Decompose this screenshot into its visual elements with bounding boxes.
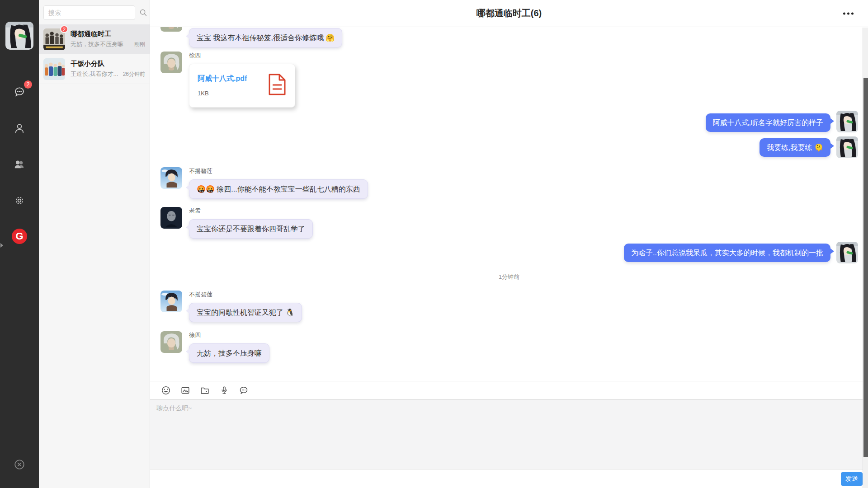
pdf-file-icon (268, 73, 287, 96)
my-message-bubble: 我要练,我要练 🫠 (760, 138, 830, 157)
my-avatar[interactable] (5, 22, 33, 50)
chat-last-message: 无妨，技多不压身嘛 (71, 40, 132, 48)
app-logo-button[interactable]: G (11, 228, 28, 244)
sidebar-item-chats[interactable]: 2 (11, 84, 28, 100)
emoji-icon (161, 385, 171, 395)
emoji-button[interactable] (159, 384, 173, 397)
vertical-scrollbar[interactable] (863, 28, 868, 488)
my-avatar[interactable] (836, 111, 858, 132)
search-row (39, 0, 150, 24)
my-message-bubble: 为啥子..你们总说我呆瓜，其实大多的时候，我都机制的一批 (624, 244, 830, 262)
chat-list-panel: 2 哪都通临时工 无妨，技多不压身嘛 刚刚 (39, 0, 150, 488)
sidebar-item-groups[interactable] (11, 156, 28, 173)
folder-icon (200, 385, 210, 395)
avatar-image (160, 331, 182, 353)
message-input[interactable] (150, 400, 868, 469)
send-button[interactable]: 发送 (841, 472, 863, 486)
avatar-image (160, 291, 182, 312)
send-bar: 发送 (150, 469, 868, 488)
message-scroll-area[interactable]: 宝宝 我这有本祖传秘笈,很适合你修炼哦 🤗 徐四 阿威十八式.pdf (150, 27, 868, 381)
message-dots-icon (239, 385, 249, 395)
sender-avatar-xusi[interactable] (160, 27, 182, 32)
avatar-image (160, 27, 182, 32)
group-avatar: 2 (43, 28, 65, 50)
message-row: 老孟 宝宝你还是不要跟着你四哥乱学了 (160, 207, 313, 239)
voice-button[interactable] (217, 384, 231, 397)
microphone-icon (219, 385, 229, 395)
group-icon (14, 159, 25, 170)
avatar-image (160, 52, 182, 73)
sidebar-item-contacts[interactable] (11, 120, 28, 136)
avatar-image (836, 136, 858, 158)
unread-badge: 2 (60, 25, 68, 33)
chat-name: 哪都通临时工 (71, 30, 145, 38)
sidebar-item-settings[interactable] (11, 192, 28, 209)
image-icon (180, 385, 190, 395)
conversation-title: 哪都通临时工(6) (476, 7, 542, 19)
sender-name: 老孟 (189, 207, 201, 215)
chat-list-item-0[interactable]: 2 哪都通临时工 无妨，技多不压身嘛 刚刚 (39, 24, 150, 54)
sender-avatar-buyaobilian[interactable] (160, 167, 182, 189)
message-row: 不摇碧莲 宝宝的间歇性机智证又犯了 🐧 (160, 291, 302, 322)
folder-button[interactable] (198, 384, 212, 397)
panel-collapse-arrow[interactable] (0, 243, 3, 248)
my-avatar[interactable] (836, 136, 858, 158)
chat-bubble-icon (14, 86, 25, 98)
search-icon (139, 8, 148, 17)
more-menu-icon[interactable] (840, 9, 856, 17)
my-avatar[interactable] (836, 242, 858, 263)
sender-avatar-buyaobilian[interactable] (160, 291, 182, 312)
my-avatar-image (5, 22, 33, 50)
message-history-button[interactable] (237, 384, 250, 397)
avatar-image (836, 242, 858, 263)
g-logo: G (12, 229, 27, 244)
message-bubble: 宝宝你还是不要跟着你四哥乱学了 (189, 219, 313, 239)
chat-time: 刚刚 (134, 41, 145, 48)
group-avatar (43, 58, 65, 80)
sender-avatar-laomeng[interactable] (160, 207, 182, 229)
power-off-icon (14, 459, 25, 470)
search-button[interactable] (139, 6, 148, 19)
sender-avatar-xusi[interactable] (160, 331, 182, 353)
composer-area (150, 399, 868, 469)
group-avatar-image (43, 58, 65, 80)
file-attachment-card[interactable]: 阿威十八式.pdf 1KB (189, 64, 295, 108)
image-button[interactable] (179, 384, 192, 397)
avatar-image (160, 207, 182, 229)
message-bubble: 无妨，技多不压身嘛 (189, 343, 269, 363)
sender-name: 徐四 (189, 52, 201, 60)
time-divider: 1分钟前 (150, 273, 868, 281)
chat-list-item-1[interactable]: 干饭小分队 王道长,我看你才... 26分钟前 (39, 54, 150, 84)
message-bubble: 宝宝的间歇性机智证又犯了 🐧 (189, 303, 302, 322)
power-off-button[interactable] (11, 456, 28, 473)
message-row: 宝宝 我这有本祖传秘笈,很适合你修炼哦 🤗 (160, 28, 342, 47)
chats-unread-badge: 2 (24, 80, 32, 89)
conversation-pane: 哪都通临时工(6) 宝宝 我这有本祖传秘笈,很适合你修炼哦 🤗 (150, 0, 868, 488)
message-row: 徐四 无妨，技多不压身嘛 (160, 331, 269, 363)
sender-name: 不摇碧莲 (189, 167, 212, 175)
message-row: 不摇碧莲 🤬🤬 徐四...你能不能不教宝宝一些乱七八糟的东西 (160, 167, 368, 199)
left-rail: 2 (0, 0, 39, 488)
contacts-icon (14, 122, 25, 134)
message-row: 为啥子..你们总说我呆瓜，其实大多的时候，我都机制的一批 (624, 244, 858, 263)
message-bubble: 🤬🤬 徐四...你能不能不教宝宝一些乱七八糟的东西 (189, 179, 368, 199)
composer-toolbar (150, 381, 868, 399)
conversation-header: 哪都通临时工(6) (150, 0, 868, 27)
sender-avatar-xusi[interactable] (160, 52, 182, 73)
sender-name: 不摇碧莲 (189, 291, 212, 299)
chat-name: 干饭小分队 (71, 60, 145, 68)
avatar-image (836, 111, 858, 132)
scrollbar-thumb[interactable] (863, 78, 868, 457)
chat-time: 26分钟前 (123, 70, 145, 78)
message-row: 阿威十八式,听名字就好厉害的样子 (706, 113, 858, 132)
chat-last-message: 王道长,我看你才... (71, 70, 121, 78)
my-message-bubble: 阿威十八式,听名字就好厉害的样子 (706, 113, 830, 132)
message-row: 徐四 阿威十八式.pdf 1KB (160, 52, 295, 108)
search-input[interactable] (43, 5, 135, 20)
chat-app-window: 2 (0, 0, 868, 488)
message-row: 我要练,我要练 🫠 (760, 138, 858, 158)
settings-gear-icon (14, 195, 25, 206)
sender-name: 徐四 (189, 331, 201, 339)
avatar-image (160, 167, 182, 189)
message-bubble: 宝宝 我这有本祖传秘笈,很适合你修炼哦 🤗 (189, 28, 342, 47)
